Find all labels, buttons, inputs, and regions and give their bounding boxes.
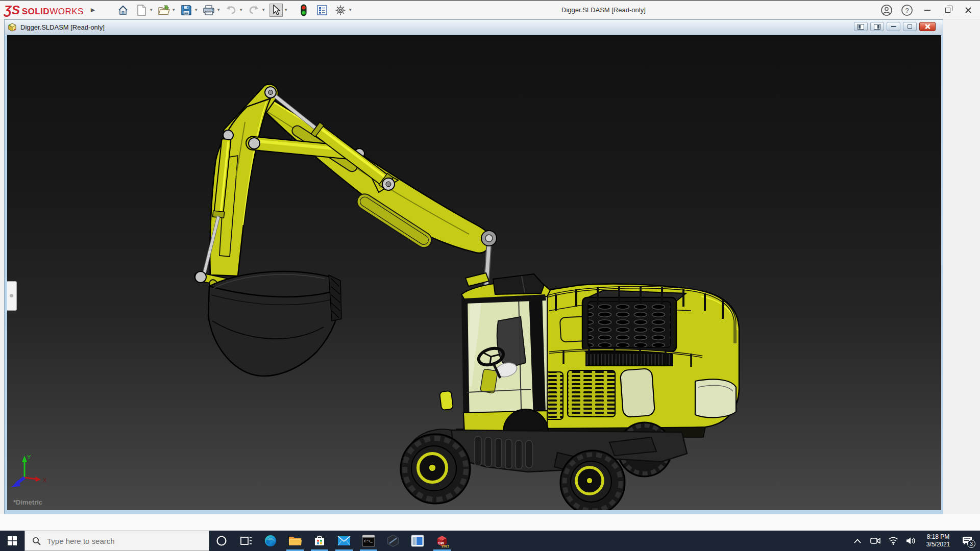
print-button[interactable] — [202, 4, 215, 17]
system-tray: 8:18 PM 3/5/2021 3 — [851, 531, 980, 551]
file-explorer-icon — [288, 535, 302, 546]
cortana-icon — [216, 535, 227, 546]
start-button[interactable] — [0, 531, 24, 551]
taskbar-search[interactable] — [24, 531, 209, 551]
document-minimize-button[interactable] — [887, 22, 900, 31]
network-button[interactable] — [887, 531, 900, 551]
triad-x-label: X — [43, 477, 47, 483]
cab[interactable] — [461, 274, 550, 432]
options-button[interactable] — [334, 4, 347, 17]
save-dropdown[interactable]: ▼ — [193, 8, 199, 12]
orientation-triad[interactable]: Y X — [11, 454, 47, 487]
save-icon — [181, 5, 192, 16]
search-icon — [32, 537, 41, 545]
options-dropdown[interactable]: ▼ — [347, 8, 353, 12]
solidworks-2021-icon: SW 2021 — [435, 534, 449, 548]
print-icon — [203, 5, 215, 16]
close-icon — [965, 7, 972, 14]
sw-year-label: 2021 — [442, 544, 449, 548]
side-access-opening[interactable] — [620, 368, 655, 417]
select-cursor-icon — [271, 5, 281, 16]
tray-chevron-button[interactable] — [851, 531, 864, 551]
volume-icon — [906, 537, 916, 545]
select-button[interactable] — [270, 4, 283, 17]
print-dropdown[interactable]: ▼ — [215, 8, 222, 12]
svg-text:?: ? — [905, 7, 909, 14]
meet-now-button[interactable] — [869, 531, 882, 551]
home-icon — [117, 5, 129, 16]
front-marker-light[interactable] — [439, 391, 453, 411]
redo-dropdown[interactable]: ▼ — [260, 8, 266, 12]
notification-badge: 3 — [967, 540, 975, 548]
bucket[interactable] — [208, 271, 341, 376]
close-icon — [924, 23, 930, 30]
taskbar-item-file-explorer[interactable] — [283, 531, 307, 551]
minimize-button[interactable] — [920, 3, 935, 17]
undercarriage[interactable] — [401, 409, 687, 510]
split-pane-left-icon — [857, 24, 864, 30]
window-title: Digger.SLDASM [Read-only] — [561, 6, 646, 14]
minimize-icon — [924, 10, 930, 11]
solidworks-logo-glyph: ƷS — [4, 3, 20, 17]
command-prompt-icon: C:\_ — [362, 535, 375, 547]
save-button[interactable] — [180, 4, 193, 17]
file-properties-button[interactable] — [315, 4, 329, 17]
tray-date: 3/5/2021 — [922, 541, 954, 548]
wheel-front-left[interactable] — [401, 434, 470, 504]
taskbar-item-task-view[interactable] — [234, 531, 258, 551]
split-pane-left-button[interactable] — [854, 22, 868, 31]
taskbar-item-cortana[interactable] — [209, 531, 234, 551]
taskbar-item-command-prompt[interactable]: C:\_ — [356, 531, 381, 551]
taskbar: C:\_ SW 2021 — [0, 531, 980, 551]
triad-y-label: Y — [27, 454, 31, 460]
cmd-prompt-text: C:\_ — [364, 539, 373, 543]
home-button[interactable] — [116, 4, 130, 17]
open-icon — [158, 5, 170, 16]
account-icon — [880, 4, 893, 16]
graphics-viewport[interactable]: Y X *Dimetric — [7, 35, 941, 510]
store-icon — [313, 535, 326, 547]
help-icon: ? — [901, 4, 913, 16]
gear-icon — [335, 5, 346, 16]
statusbar-area — [0, 514, 980, 531]
document-restore-button[interactable] — [903, 22, 917, 31]
featuremanager-collapsed-tab[interactable] — [7, 281, 17, 311]
taskbar-item-edrawings[interactable] — [381, 531, 405, 551]
tray-clock[interactable]: 8:18 PM 3/5/2021 — [922, 533, 954, 548]
excavator-model[interactable]: Y X — [7, 35, 941, 510]
open-dropdown[interactable]: ▼ — [170, 8, 177, 12]
document-titlebar[interactable]: Digger.SLDASM [Read-only] — [5, 20, 943, 35]
select-dropdown[interactable]: ▼ — [283, 8, 289, 12]
search-input[interactable] — [47, 537, 190, 545]
account-button[interactable] — [879, 3, 894, 17]
restore-button[interactable] — [940, 3, 955, 17]
taskbar-item-edge[interactable] — [258, 531, 283, 551]
taskbar-item-app-window[interactable] — [405, 531, 430, 551]
help-button[interactable]: ? — [899, 3, 915, 17]
undo-icon — [225, 5, 237, 15]
undo-dropdown[interactable]: ▼ — [238, 8, 244, 12]
mail-icon — [337, 536, 351, 546]
redo-button[interactable] — [247, 4, 260, 17]
volume-button[interactable] — [904, 531, 918, 551]
tab-grip-dot — [10, 294, 13, 297]
wheel-front-right[interactable] — [560, 450, 625, 510]
new-document-dropdown[interactable]: ▼ — [148, 8, 154, 12]
undo-button[interactable] — [225, 4, 238, 17]
rebuild-button[interactable] — [297, 4, 310, 17]
action-center-button[interactable]: 3 — [959, 531, 976, 551]
split-pane-right-button[interactable] — [870, 22, 884, 31]
menu-expand-arrow[interactable]: ▶ — [91, 7, 95, 13]
document-title: Digger.SLDASM [Read-only] — [20, 23, 105, 31]
assembly-document-icon — [7, 22, 17, 33]
close-button[interactable] — [961, 3, 976, 17]
new-document-button[interactable] — [135, 4, 148, 17]
taskbar-item-store[interactable] — [307, 531, 332, 551]
taskbar-item-solidworks-2021[interactable]: SW 2021 — [430, 531, 454, 551]
solidworks-logo: ƷSSOLIDWORKS — [4, 3, 84, 17]
open-button[interactable] — [157, 4, 170, 17]
edge-icon — [264, 534, 277, 547]
app-window-icon — [411, 535, 424, 547]
taskbar-item-mail[interactable] — [332, 531, 356, 551]
document-close-button[interactable] — [919, 22, 936, 31]
